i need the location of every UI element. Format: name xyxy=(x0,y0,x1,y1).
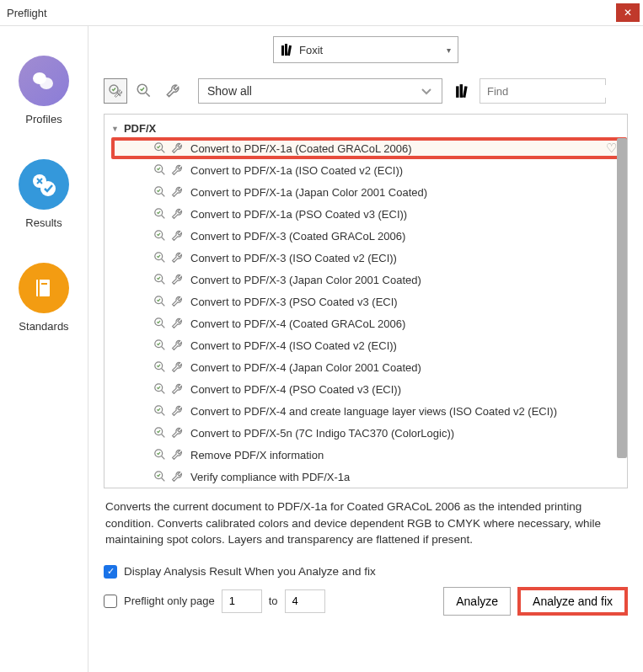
tree-item[interactable]: Convert to PDF/X-4 and create language l… xyxy=(111,400,627,422)
glass-check-icon xyxy=(153,163,167,177)
tool-library[interactable] xyxy=(451,78,474,104)
tree-item-label: Convert to PDF/X-3 (PSO Coated v3 (ECI) xyxy=(190,296,398,308)
preflight-only-label: Preflight only page xyxy=(124,595,215,607)
library-select[interactable]: Foxit ▾ xyxy=(273,36,458,63)
tree-item[interactable]: Convert to PDF/X-4 (ISO Coated v2 (ECI)) xyxy=(111,334,627,356)
glass-check-icon xyxy=(153,207,167,221)
tool-glass[interactable] xyxy=(132,78,156,104)
sidebar: Profiles Results Standards xyxy=(0,26,88,672)
svg-rect-12 xyxy=(38,280,40,296)
wrench-icon xyxy=(170,317,184,330)
tree-item[interactable]: Convert to PDF/X-4 (PSO Coated v3 (ECI)) xyxy=(111,378,627,400)
glass-check-icon xyxy=(153,448,167,461)
profiles-icon xyxy=(19,56,69,106)
profile-description: Converts the current document to PDF/X-1… xyxy=(104,499,628,548)
tree-item-label: Convert to PDF/X-4 and create language l… xyxy=(190,405,557,418)
page-from-input[interactable] xyxy=(222,589,262,613)
wrench-icon xyxy=(170,229,184,243)
tree-item[interactable]: Convert to PDF/X-3 (Coated GRACoL 2006) xyxy=(111,225,627,247)
books-icon xyxy=(454,83,471,99)
glass-check-icon xyxy=(153,339,167,352)
tree-item[interactable]: Convert to PDF/X-4 (Coated GRACoL 2006) xyxy=(111,312,627,334)
tree-group-pdfx[interactable]: ▼ PDF/X xyxy=(111,120,627,137)
display-result-label: Display Analysis Result When you Analyze… xyxy=(124,565,376,578)
library-label: Foxit xyxy=(299,44,447,56)
page-to-input[interactable] xyxy=(285,589,325,613)
tool-wrench-check[interactable] xyxy=(104,78,127,104)
analyze-and-fix-button[interactable]: Analyze and fix xyxy=(517,587,628,616)
collapse-icon: ▼ xyxy=(111,125,119,133)
glass-check-icon xyxy=(153,382,167,396)
tree-item-label: Convert to PDF/X-3 (Coated GRACoL 2006) xyxy=(190,230,405,243)
sidebar-item-profiles[interactable]: Profiles xyxy=(19,56,69,125)
wrench-icon xyxy=(170,273,184,286)
tree-item[interactable]: Convert to PDF/X-1a (Coated GRACoL 2006)… xyxy=(111,137,627,159)
group-label: PDF/X xyxy=(124,122,156,135)
wrench-icon xyxy=(170,339,184,352)
wrench-icon xyxy=(170,207,184,221)
books-icon xyxy=(281,43,294,56)
tree-item-label: Convert to PDF/X-5n (7C Indigo TAC370 (C… xyxy=(190,427,454,440)
tree-item[interactable]: Verify compliance with PDF/X-1a xyxy=(111,466,627,488)
standards-icon xyxy=(19,263,69,313)
glass-check-icon xyxy=(153,273,167,286)
tree-item-label: Convert to PDF/X-3 (ISO Coated v2 (ECI)) xyxy=(190,252,397,264)
sidebar-label: Profiles xyxy=(25,113,62,125)
tree-item[interactable]: Remove PDF/X information xyxy=(111,444,627,466)
wrench-icon xyxy=(170,448,184,461)
tree-item[interactable]: Convert to PDF/X-3 (PSO Coated v3 (ECI) xyxy=(111,291,627,312)
sidebar-label: Results xyxy=(25,216,62,229)
filter-select[interactable]: Show all xyxy=(198,78,442,104)
results-icon xyxy=(19,159,69,210)
page-to-label: to xyxy=(269,595,278,607)
sidebar-label: Standards xyxy=(19,320,68,333)
wrench-icon xyxy=(170,295,184,308)
tree-item[interactable]: Convert to PDF/X-1a (ISO Coated v2 (ECI)… xyxy=(111,159,627,181)
tool-wrench[interactable] xyxy=(161,78,185,104)
glass-check-icon xyxy=(153,295,167,308)
display-result-checkbox[interactable]: ✓ xyxy=(104,565,117,579)
glass-check-icon xyxy=(153,360,167,374)
tree-item-label: Convert to PDF/X-4 (PSO Coated v3 (ECI)) xyxy=(190,383,401,396)
analyze-button[interactable]: Analyze xyxy=(443,587,511,616)
glass-check-icon xyxy=(153,141,167,155)
glass-check-icon xyxy=(153,251,167,264)
wrench-icon xyxy=(170,470,184,483)
sidebar-item-standards[interactable]: Standards xyxy=(19,263,69,333)
close-button[interactable]: ✕ xyxy=(616,3,640,22)
wrench-icon xyxy=(170,382,184,396)
tree-item-label: Convert to PDF/X-1a (PSO Coated v3 (ECI)… xyxy=(190,208,407,221)
wrench-icon xyxy=(170,251,184,264)
glass-check-icon xyxy=(153,404,167,418)
tree-item[interactable]: Convert to PDF/X-1a (PSO Coated v3 (ECI)… xyxy=(111,203,627,225)
tree-item-label: Verify compliance with PDF/X-1a xyxy=(190,471,350,483)
tree-item-label: Convert to PDF/X-3 (Japan Color 2001 Coa… xyxy=(190,274,421,286)
tree-item[interactable]: Convert to PDF/X-5n (7C Indigo TAC370 (C… xyxy=(111,422,627,444)
wrench-icon xyxy=(170,426,184,440)
tree-item[interactable]: Convert to PDF/X-4 (Japan Color 2001 Coa… xyxy=(111,356,627,378)
tree-item[interactable]: Convert to PDF/X-3 (Japan Color 2001 Coa… xyxy=(111,269,627,291)
search-box[interactable] xyxy=(480,78,606,104)
chevron-down-icon: ▾ xyxy=(447,45,451,55)
tree-item-label: Convert to PDF/X-1a (Coated GRACoL 2006) xyxy=(190,142,412,155)
glass-check-icon xyxy=(153,470,167,483)
profile-tree: ▼ PDF/X Convert to PDF/X-1a (Coated GRAC… xyxy=(104,114,628,488)
wrench-icon xyxy=(170,163,184,177)
scrollbar[interactable] xyxy=(617,138,627,458)
wrench-icon xyxy=(170,404,184,418)
tree-item-label: Convert to PDF/X-1a (Japan Color 2001 Co… xyxy=(190,186,427,199)
tree-item-label: Convert to PDF/X-4 (ISO Coated v2 (ECI)) xyxy=(190,339,397,352)
tree-item-label: Convert to PDF/X-1a (ISO Coated v2 (ECI)… xyxy=(190,164,403,177)
tree-item[interactable]: Convert to PDF/X-3 (ISO Coated v2 (ECI)) xyxy=(111,247,627,269)
wrench-icon xyxy=(170,360,184,374)
preflight-only-checkbox[interactable] xyxy=(104,595,117,608)
glass-check-icon xyxy=(153,317,167,330)
tree-item[interactable]: Convert to PDF/X-1a (Japan Color 2001 Co… xyxy=(111,181,627,203)
search-input[interactable] xyxy=(487,85,629,98)
window-title: Preflight xyxy=(7,7,616,19)
svg-point-6 xyxy=(40,77,53,89)
sidebar-item-results[interactable]: Results xyxy=(19,159,69,229)
glass-check-icon xyxy=(153,185,167,199)
favorite-icon[interactable]: ♡ xyxy=(606,141,617,156)
glass-check-icon xyxy=(153,229,167,243)
